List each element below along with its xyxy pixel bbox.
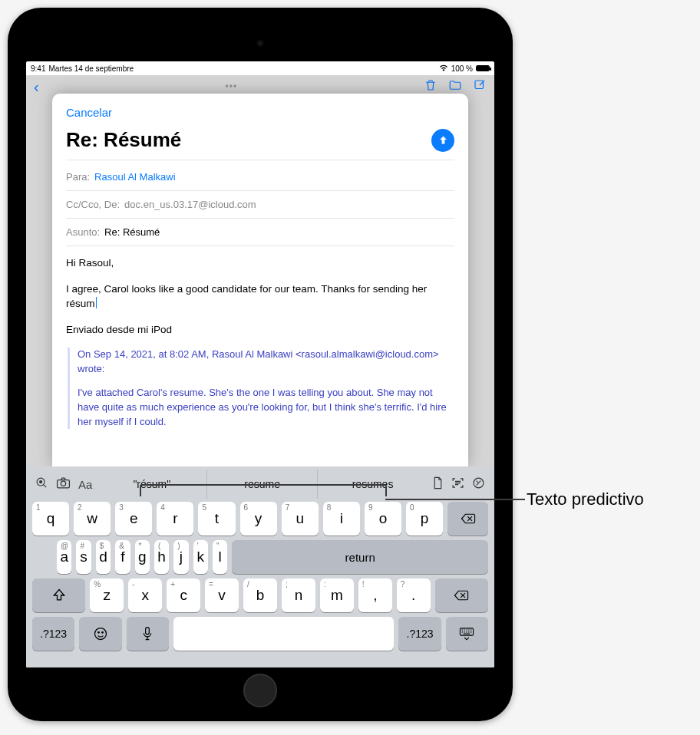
key-main-label: b (256, 587, 265, 604)
scan-text-icon[interactable] (451, 476, 464, 492)
home-button[interactable] (243, 674, 277, 707)
cancel-button[interactable]: Cancelar (66, 101, 454, 128)
to-field[interactable]: Para: Rasoul Al Malkawi (66, 163, 454, 191)
send-button[interactable] (431, 129, 454, 152)
trash-icon[interactable] (424, 78, 438, 95)
key-.[interactable]: ?. (397, 578, 431, 612)
numbers-key-left[interactable]: .?123 (32, 617, 74, 651)
key-x[interactable]: -x (128, 578, 162, 612)
key-j[interactable]: )j (173, 540, 188, 574)
key-a[interactable]: @a (57, 540, 71, 574)
key-alt-label: 7 (286, 503, 290, 512)
key-m[interactable]: :m (320, 578, 354, 612)
key-k[interactable]: 'k (193, 540, 208, 574)
key-e[interactable]: 3e (115, 502, 152, 536)
back-chevron-icon[interactable]: ‹ (34, 78, 39, 96)
key-alt-label: & (119, 542, 124, 550)
key-alt-label: % (94, 580, 101, 588)
markup-icon[interactable] (472, 476, 485, 492)
key-i[interactable]: 8i (323, 502, 360, 536)
compose-title: Re: Résumé (66, 128, 181, 152)
backspace-key[interactable] (447, 502, 488, 536)
quoted-reply: On Sep 14, 2021, at 8:02 AM, Rasoul Al M… (68, 348, 454, 429)
key-alt-label: # (80, 542, 84, 550)
keyboard-row-1: 1q2w3e4r5t6y7u8i9o0p (32, 502, 488, 536)
key-h[interactable]: (h (154, 540, 169, 574)
compose-icon[interactable] (473, 78, 487, 95)
delete-icon (461, 511, 476, 526)
key-z[interactable]: %z (90, 578, 124, 612)
status-bar: 9:41 Martes 14 de septiembre 100 % (26, 61, 494, 75)
key-alt-label: - (132, 580, 134, 588)
from-address: doc.en_us.03.17@icloud.com (124, 199, 256, 210)
camera-icon[interactable] (56, 476, 71, 492)
key-main-label: . (411, 587, 415, 604)
key-main-label: , (373, 587, 377, 604)
key-t[interactable]: 5t (198, 502, 235, 536)
message-body[interactable]: Hi Rasoul, I agree, Carol looks like a g… (66, 246, 454, 463)
key-main-label: e (130, 510, 138, 527)
shift-key[interactable] (32, 578, 85, 612)
key-alt-label: ( (158, 542, 160, 550)
keyboard-row-2: @a#s$d&f*g(h)j'k"l return (32, 540, 488, 574)
key-alt-label: : (324, 580, 326, 588)
key-f[interactable]: &f (115, 540, 130, 574)
svg-point-8 (102, 632, 104, 634)
key-n[interactable]: ;n (282, 578, 315, 612)
keyboard-row-4: .?123 .?123 (32, 617, 488, 651)
to-recipient-chip[interactable]: Rasoul Al Malkawi (94, 171, 176, 183)
key-q[interactable]: 1q (32, 502, 69, 536)
more-icon[interactable]: ••• (226, 81, 238, 92)
delete-key[interactable] (435, 578, 488, 612)
dictation-key[interactable] (127, 617, 169, 651)
key-l[interactable]: "l (213, 540, 227, 574)
key-main-label: p (421, 510, 429, 527)
key-alt-label: $ (100, 542, 104, 550)
key-y[interactable]: 6y (240, 502, 277, 536)
key-p[interactable]: 0p (406, 502, 443, 536)
numbers-key-right[interactable]: .?123 (398, 617, 441, 651)
key-b[interactable]: /b (243, 578, 277, 612)
key-main-label: r (173, 510, 177, 527)
svg-point-2 (39, 480, 42, 483)
key-alt-label: / (247, 580, 249, 588)
emoji-key[interactable] (79, 617, 121, 651)
svg-point-6 (94, 628, 106, 640)
space-key[interactable] (173, 617, 395, 651)
key-main-label: h (157, 549, 166, 565)
onscreen-keyboard: Aa "résum" resume resumes (26, 466, 494, 667)
key-c[interactable]: +c (167, 578, 200, 612)
key-alt-label: 3 (119, 503, 124, 512)
cc-label: Cc/Cco, De: (66, 199, 120, 210)
key-v[interactable]: =v (205, 578, 239, 612)
key-w[interactable]: 2w (74, 502, 111, 536)
key-alt-label: 2 (78, 503, 82, 512)
callout-label: Texto predictivo (527, 489, 644, 509)
body-paragraph: I agree, Carol looks like a good candida… (66, 282, 454, 311)
key-g[interactable]: *g (135, 540, 150, 574)
key-r[interactable]: 4r (157, 502, 193, 536)
key-alt-label: 5 (202, 503, 206, 512)
cc-bcc-from-field[interactable]: Cc/Cco, De: doc.en_us.03.17@icloud.com (66, 191, 454, 219)
quote-body: I've attached Carol's resume. She's the … (78, 386, 454, 430)
battery-icon (476, 65, 490, 71)
key-alt-label: * (139, 542, 142, 550)
key-main-label: m (331, 587, 343, 604)
folder-icon[interactable] (448, 78, 462, 95)
text-format-button[interactable]: Aa (78, 478, 92, 491)
key-,[interactable]: !, (358, 578, 392, 612)
key-u[interactable]: 7u (282, 502, 319, 536)
return-key[interactable]: return (232, 540, 488, 574)
subject-field[interactable]: Asunto: Re: Résumé (66, 219, 454, 246)
emoji-search-icon[interactable] (35, 476, 48, 492)
key-alt-label: ' (197, 542, 199, 550)
document-icon[interactable] (432, 476, 444, 492)
key-s[interactable]: #s (76, 540, 91, 574)
key-alt-label: 1 (36, 503, 41, 512)
status-date: Martes 14 de septiembre (48, 64, 134, 73)
hide-keyboard-key[interactable] (446, 617, 488, 651)
key-d[interactable]: $d (96, 540, 111, 574)
microphone-icon (141, 626, 154, 641)
ipad-device-frame: 9:41 Martes 14 de septiembre 100 % ‹ ••• (8, 8, 513, 721)
key-o[interactable]: 9o (365, 502, 401, 536)
